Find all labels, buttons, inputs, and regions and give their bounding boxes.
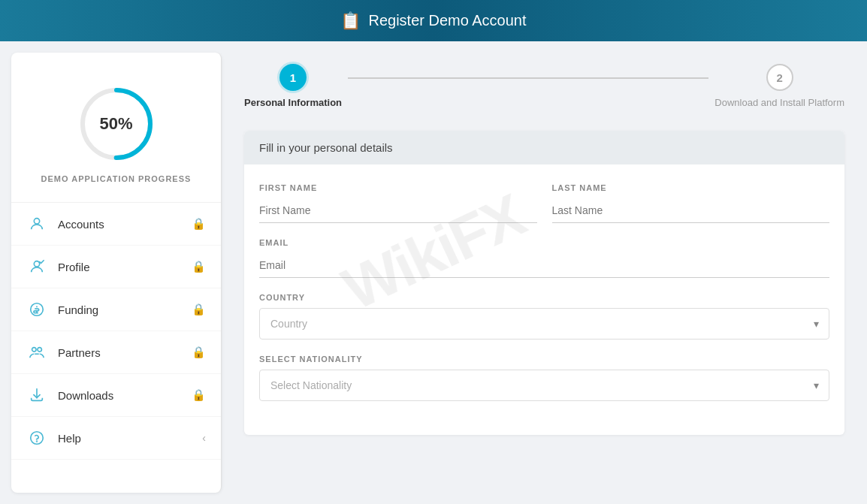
svg-point-6 xyxy=(38,348,41,352)
accounts-label: Accounts xyxy=(58,218,192,231)
accounts-icon xyxy=(26,213,47,234)
step-1-circle: 1 xyxy=(279,64,307,91)
first-name-group: FIRST NAME xyxy=(259,183,537,223)
form-section: Fill in your personal details FIRST NAME… xyxy=(244,131,844,435)
steps-container: 1 Personal Information 2 Download and In… xyxy=(244,56,844,112)
funding-label: Funding xyxy=(58,303,192,316)
country-group: COUNTRY Country ▾ xyxy=(259,293,829,340)
step-2: 2 Download and Install Platform xyxy=(714,64,844,108)
last-name-input[interactable] xyxy=(552,198,830,223)
accounts-lock-icon: 🔒 xyxy=(192,217,206,231)
progress-section: 50% DEMO APPLICATION PROGRESS xyxy=(11,68,221,203)
profile-icon xyxy=(26,256,47,277)
email-row: EMAIL xyxy=(259,238,829,278)
funding-lock-icon: 🔒 xyxy=(192,303,206,316)
header-title: 📋 Register Demo Account xyxy=(340,11,526,31)
help-label: Help xyxy=(58,432,202,445)
step-1: 1 Personal Information xyxy=(244,64,342,108)
first-name-label: FIRST NAME xyxy=(259,183,537,192)
sidebar-item-partners[interactable]: Partners 🔒 xyxy=(11,331,221,374)
step-connector xyxy=(348,77,708,79)
progress-circle: 50% xyxy=(75,83,158,165)
country-select[interactable]: Country xyxy=(259,308,829,340)
nationality-row: SELECT NATIONALITY Select Nationality ▾ xyxy=(259,355,829,401)
form-header: Fill in your personal details xyxy=(244,131,844,164)
first-name-input[interactable] xyxy=(259,198,537,223)
form-body: FIRST NAME LAST NAME EMAIL xyxy=(244,164,844,435)
svg-point-4 xyxy=(31,303,44,316)
sidebar-item-profile[interactable]: Profile 🔒 xyxy=(11,246,221,288)
funding-icon xyxy=(26,299,47,320)
downloads-lock-icon: 🔒 xyxy=(192,388,206,402)
step-1-label: Personal Information xyxy=(244,97,342,108)
sidebar-item-funding[interactable]: Funding 🔒 xyxy=(11,288,221,331)
svg-point-2 xyxy=(34,219,39,224)
country-row: COUNTRY Country ▾ xyxy=(259,293,829,340)
sidebar-item-accounts[interactable]: Accounts 🔒 xyxy=(11,203,221,246)
name-row: FIRST NAME LAST NAME xyxy=(259,183,829,223)
nationality-select-wrapper: Select Nationality ▾ xyxy=(259,370,829,401)
main-content: 1 Personal Information 2 Download and In… xyxy=(222,41,867,504)
help-icon xyxy=(26,427,47,448)
document-icon: 📋 xyxy=(340,11,361,31)
profile-label: Profile xyxy=(58,261,192,273)
progress-label: DEMO APPLICATION PROGRESS xyxy=(41,174,192,183)
svg-point-8 xyxy=(37,441,38,442)
svg-point-3 xyxy=(34,261,39,267)
partners-label: Partners xyxy=(58,346,192,359)
downloads-icon xyxy=(26,385,47,406)
help-chevron-icon: ‹ xyxy=(202,432,206,444)
svg-point-5 xyxy=(32,348,37,352)
sidebar-item-downloads[interactable]: Downloads 🔒 xyxy=(11,374,221,417)
country-select-wrapper: Country ▾ xyxy=(259,308,829,340)
profile-lock-icon: 🔒 xyxy=(192,260,206,273)
header: 📋 Register Demo Account xyxy=(0,0,867,41)
email-input[interactable] xyxy=(259,253,829,278)
partners-icon xyxy=(26,342,47,363)
sidebar-item-help[interactable]: Help ‹ xyxy=(11,417,221,460)
progress-percentage: 50% xyxy=(99,114,132,134)
nationality-label: SELECT NATIONALITY xyxy=(259,355,829,364)
step-2-label: Download and Install Platform xyxy=(714,97,844,108)
last-name-label: LAST NAME xyxy=(552,183,830,192)
downloads-label: Downloads xyxy=(58,389,192,402)
sidebar: 50% DEMO APPLICATION PROGRESS Accounts 🔒… xyxy=(11,53,222,493)
partners-lock-icon: 🔒 xyxy=(192,346,206,359)
step-2-circle: 2 xyxy=(766,64,793,91)
last-name-group: LAST NAME xyxy=(552,183,830,223)
email-group: EMAIL xyxy=(259,238,829,278)
nationality-select[interactable]: Select Nationality xyxy=(259,370,829,401)
body-container: 50% DEMO APPLICATION PROGRESS Accounts 🔒… xyxy=(0,41,867,504)
country-label: COUNTRY xyxy=(259,293,829,302)
header-text: Register Demo Account xyxy=(368,12,526,29)
email-label: EMAIL xyxy=(259,238,829,247)
nationality-group: SELECT NATIONALITY Select Nationality ▾ xyxy=(259,355,829,401)
